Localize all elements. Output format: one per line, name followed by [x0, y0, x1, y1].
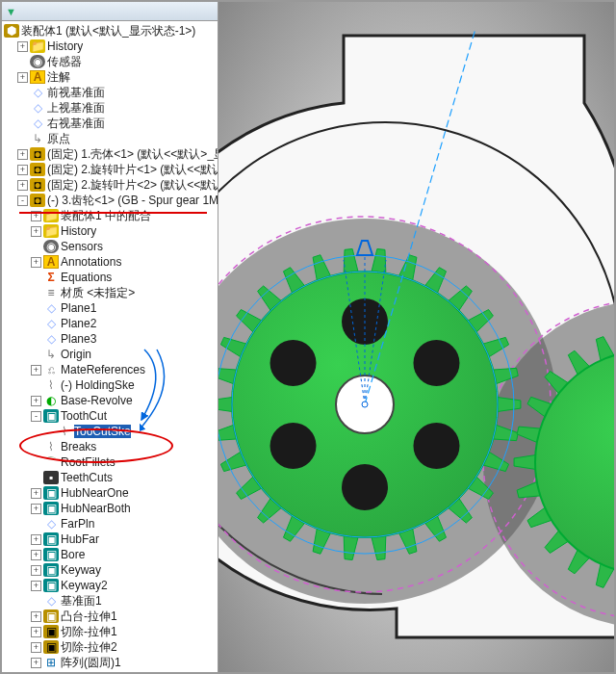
sketch-icon: ⌇	[57, 425, 72, 438]
tree-label: HubNearOne	[61, 486, 129, 500]
tree-item[interactable]: ◇FarPln	[2, 516, 218, 531]
tree-item[interactable]: ↳Origin	[2, 347, 218, 362]
tree-item[interactable]: ◉传感器	[2, 54, 218, 69]
tree-item[interactable]: +▣HubNearBoth	[2, 501, 218, 516]
tree-item[interactable]: +A注解	[2, 69, 218, 85]
svg-point-10	[270, 423, 317, 469]
tree-item[interactable]: ◇前视基准面	[2, 85, 218, 100]
tree-item[interactable]: ◉Sensors	[2, 239, 218, 254]
ext-icon: ▣	[43, 609, 59, 623]
tree-item[interactable]: ▪TeethCuts	[2, 470, 218, 485]
tree-item[interactable]: +▣Keyway	[2, 562, 218, 578]
tree-item[interactable]: ◇Plane1	[2, 300, 218, 316]
tree-item[interactable]: +▣切除-拉伸1	[2, 624, 218, 639]
plane-icon: ◇	[43, 332, 59, 346]
tree-label: FarPln	[61, 517, 94, 531]
tree-item[interactable]: +⊞阵列(圆周)1	[2, 655, 218, 670]
plane-icon: ◇	[43, 301, 59, 315]
tree-label: 上视基准面	[47, 100, 105, 117]
eq-icon: Σ	[43, 271, 59, 284]
plane-icon: ◇	[43, 594, 59, 608]
tree-item[interactable]: +📁History	[2, 39, 218, 54]
expand-toggle[interactable]: +	[17, 149, 28, 160]
tree-item[interactable]: ◇Plane3	[2, 331, 218, 347]
feature-tree[interactable]: ⬢ 装配体1 (默认<默认_显示状态-1>) +📁History◉传感器+A注解…	[2, 21, 218, 672]
tree-item[interactable]: -▣ToothCut	[2, 408, 218, 424]
tree-item[interactable]: ⌇(-) HoldingSke	[2, 377, 218, 393]
tree-root[interactable]: ⬢ 装配体1 (默认<默认_显示状态-1>)	[2, 23, 218, 39]
expand-toggle[interactable]: +	[31, 534, 41, 545]
filter-icon[interactable]: ▼	[6, 6, 16, 17]
tree-item[interactable]: ◇上视基准面	[2, 100, 218, 116]
expand-toggle[interactable]: -	[31, 411, 41, 422]
expand-toggle[interactable]: +	[31, 365, 41, 376]
plane-icon: ◇	[30, 86, 45, 99]
tree-label: Bore	[61, 548, 85, 561]
tree-label: ToothCut	[61, 409, 107, 423]
svg-point-22	[362, 402, 368, 407]
tree-item[interactable]: ⌒RootFillets	[2, 454, 218, 470]
tree-item[interactable]: +▣Bore	[2, 547, 218, 562]
expand-toggle[interactable]: +	[17, 41, 28, 52]
tree-item[interactable]: +▣Keyway2	[2, 578, 218, 593]
expand-toggle[interactable]: +	[31, 226, 41, 237]
expand-toggle[interactable]: +	[31, 658, 41, 668]
tree-label: 阵列(圆周)1	[61, 655, 121, 671]
tree-item[interactable]: ΣEquations	[2, 270, 218, 285]
expand-toggle[interactable]: +	[31, 611, 41, 622]
tree-item[interactable]: +▣凸台-拉伸1	[2, 609, 218, 624]
graphics-viewport[interactable]	[218, 2, 614, 672]
tree-label: HubFar	[61, 532, 99, 546]
origin-icon: ↳	[30, 132, 45, 145]
expand-toggle[interactable]: +	[31, 550, 41, 560]
expand-toggle[interactable]: +	[31, 565, 41, 576]
tree-item[interactable]: +▣切除-拉伸2	[2, 639, 218, 655]
tree-item[interactable]: -◘(-) 3.齿轮<1> (GB - Spur gear 1M	[2, 193, 218, 208]
expand-toggle[interactable]: +	[31, 396, 41, 406]
expand-toggle[interactable]: +	[17, 72, 28, 83]
expand-toggle[interactable]: +	[31, 504, 41, 514]
fold-y-icon: 📁	[43, 224, 59, 238]
expand-toggle[interactable]: +	[17, 180, 28, 191]
A-icon: A	[30, 70, 45, 84]
expand-toggle[interactable]: +	[31, 488, 41, 499]
tree-item[interactable]: ◇Plane2	[2, 316, 218, 331]
tree-label: 注解	[47, 69, 70, 86]
expand-toggle[interactable]: -	[17, 195, 28, 206]
tree-label: Keyway	[61, 563, 101, 577]
expand-toggle[interactable]: +	[31, 257, 41, 268]
tree-label: 右视基准面	[47, 116, 105, 132]
tree-item[interactable]: +⎌MateReferences	[2, 362, 218, 377]
tree-label: Origin	[61, 348, 91, 361]
tree-label: Plane2	[61, 317, 96, 330]
plane-icon: ◇	[30, 101, 45, 115]
tree-label: 凸台-拉伸1	[61, 609, 117, 625]
tree-item[interactable]: ≡材质 <未指定>	[2, 285, 218, 300]
tree-item[interactable]: ↳原点	[2, 131, 218, 146]
tree-label: 原点	[47, 131, 70, 147]
tree-label: Keyway2	[61, 579, 108, 592]
expand-toggle[interactable]: +	[31, 627, 41, 637]
tree-item[interactable]: +◘(固定) 2.旋转叶片<2> (默认<<默认	[2, 177, 218, 193]
tree-item[interactable]: ⌇TooCutSke	[2, 424, 218, 439]
tree-item[interactable]: +◐Base-Revolve	[2, 393, 218, 408]
expand-toggle[interactable]: +	[31, 581, 41, 591]
tree-item[interactable]: +▣HubNearOne	[2, 485, 218, 501]
A-icon: A	[43, 255, 59, 269]
tree-item[interactable]: +◘(固定) 2.旋转叶片<1> (默认<<默认	[2, 162, 218, 177]
svg-point-8	[413, 423, 459, 469]
tree-label: (固定) 1.壳体<1> (默认<<默认>_显	[47, 146, 218, 163]
tree-item[interactable]: ◇基准面1	[2, 593, 218, 609]
tree-label: HubNearBoth	[61, 502, 131, 515]
tree-item[interactable]: +AAnnotations	[2, 254, 218, 270]
tree-item[interactable]: +📁装配体1 中的配合	[2, 208, 218, 223]
tree-item[interactable]: +▣HubFar	[2, 531, 218, 547]
expand-toggle[interactable]: +	[31, 642, 41, 653]
feat-blk-icon: ▪	[43, 471, 59, 484]
tree-item[interactable]: ⌇Breaks	[2, 439, 218, 454]
tree-item[interactable]: +◘(固定) 1.壳体<1> (默认<<默认>_显	[2, 146, 218, 162]
tree-item[interactable]: ◇右视基准面	[2, 116, 218, 131]
expand-toggle[interactable]: +	[17, 165, 28, 175]
tree-item[interactable]: +📁History	[2, 223, 218, 239]
plane-icon: ◇	[30, 117, 45, 130]
